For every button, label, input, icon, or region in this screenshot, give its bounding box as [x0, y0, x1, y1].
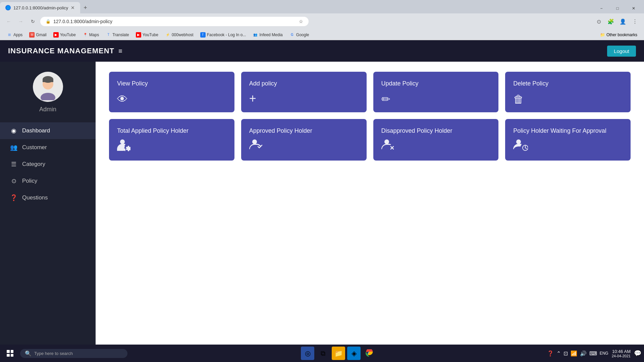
infeed-icon: 👥 — [253, 32, 258, 38]
taskbar-search-input[interactable] — [34, 351, 123, 356]
notification-icon[interactable]: 💬 — [634, 350, 641, 357]
apps-icon: ⊞ — [7, 32, 12, 38]
star-icon[interactable]: ☆ — [299, 19, 303, 24]
bookmark-google-label: Google — [296, 33, 309, 37]
sidebar-item-policy[interactable]: ⊙ Policy — [0, 173, 96, 189]
translate-icon: T — [106, 32, 111, 38]
card-waiting[interactable]: Policy Holder Waiting For Approval — [505, 119, 631, 160]
start-button[interactable] — [3, 346, 17, 361]
bookmark-translate[interactable]: T Translate — [103, 31, 132, 39]
gmail-icon: M — [29, 32, 35, 38]
cortana-icon[interactable]: ◎ — [301, 347, 314, 360]
sidebar-item-questions[interactable]: ❓ Questions — [0, 189, 96, 206]
avatar — [33, 72, 63, 102]
hamburger-icon[interactable]: ≡ — [118, 47, 122, 55]
bookmark-google[interactable]: G Google — [287, 31, 312, 39]
minimize-button[interactable]: − — [594, 3, 609, 13]
clock-time: 10:46 AM — [612, 349, 631, 354]
plus-icon: + — [249, 92, 359, 106]
maximize-button[interactable]: □ — [610, 3, 625, 13]
sidebar-item-dashboard[interactable]: ◉ Dashboard — [0, 122, 96, 139]
reload-button[interactable]: ↻ — [28, 17, 38, 26]
card-view-policy[interactable]: View Policy 👁 — [109, 72, 234, 112]
person-gear-icon — [117, 139, 226, 154]
new-tab-button[interactable]: + — [80, 4, 91, 11]
taskview-icon[interactable]: ⧉ — [316, 347, 330, 360]
sidebar: Admin ◉ Dashboard 👥 Customer ☰ Category — [0, 62, 96, 345]
windows-icon — [7, 350, 13, 357]
sidebar-nav: ◉ Dashboard 👥 Customer ☰ Category ⊙ Poli… — [0, 122, 96, 206]
bookmark-maps[interactable]: 📍 Maps — [80, 31, 102, 39]
svg-point-9 — [516, 139, 521, 144]
other-bookmarks[interactable]: 📁 Other bookmarks — [597, 32, 640, 38]
bookmark-000webhost[interactable]: ⚡ 000webhost — [162, 31, 196, 39]
content-area: View Policy 👁 Add policy + Update Policy… — [96, 62, 644, 345]
logout-button[interactable]: Logout — [607, 46, 636, 57]
bookmark-apps[interactable]: ⊞ Apps — [4, 31, 25, 39]
volume-icon[interactable]: 🔊 — [580, 350, 587, 357]
sidebar-item-customer[interactable]: 👥 Customer — [0, 139, 96, 156]
bookmark-infeed[interactable]: 👥 Infeed Media — [250, 31, 285, 39]
wifi-icon[interactable]: 📶 — [571, 350, 577, 357]
edit-icon: ✏ — [381, 93, 491, 106]
bookmark-webhost-label: 000webhost — [172, 33, 194, 37]
file-explorer-icon[interactable]: 📁 — [332, 347, 345, 360]
bookmark-youtube1-label: YouTube — [60, 33, 76, 37]
card-waiting-title: Policy Holder Waiting For Approval — [513, 127, 623, 135]
bookmark-facebook[interactable]: f Facebook - Log In o... — [198, 31, 249, 39]
customer-icon: 👥 — [10, 144, 17, 151]
taskbar-search-box[interactable]: 🔍 — [20, 349, 127, 358]
close-button[interactable]: ✕ — [626, 3, 641, 13]
active-tab[interactable]: 🌐 127.0.0.1:8000/admin-policy ✕ — [0, 2, 80, 13]
trash-icon: 🗑 — [513, 93, 623, 106]
card-disapproved[interactable]: Disapproved Policy Holder — [373, 119, 499, 160]
card-approved[interactable]: Approved Policy Holder — [241, 119, 367, 160]
card-delete-policy-title: Delete Policy — [513, 80, 623, 87]
tab-title: 127.0.0.1:8000/admin-policy — [13, 5, 68, 10]
keyboard-icon[interactable]: ⌨ — [589, 350, 597, 357]
more-menu-icon[interactable]: ⋮ — [630, 16, 640, 26]
clock[interactable]: 10:46 AM 24-04-2021 — [612, 349, 631, 358]
chrome-icon[interactable] — [363, 347, 376, 360]
bookmark-gmail-label: Gmail — [36, 33, 46, 37]
vscode-icon[interactable]: ◈ — [347, 347, 361, 360]
taskbar-right: ❓ ⌃ ⊡ 📶 🔊 ⌨ ENG 10:46 AM 24-04-2021 💬 — [547, 349, 641, 358]
card-add-policy-title: Add policy — [249, 80, 359, 87]
tablet-icon[interactable]: ⊡ — [564, 350, 568, 357]
card-update-policy-title: Update Policy — [381, 80, 491, 87]
bookmark-translate-label: Translate — [112, 33, 129, 37]
bookmark-infeed-label: Infeed Media — [259, 33, 282, 37]
chevron-up-icon[interactable]: ⌃ — [556, 350, 561, 357]
person-x-icon — [381, 139, 491, 154]
back-button[interactable]: ← — [4, 17, 13, 26]
sidebar-item-questions-label: Questions — [22, 194, 48, 201]
other-bookmarks-label: Other bookmarks — [606, 33, 637, 37]
bookmark-maps-label: Maps — [89, 33, 99, 37]
tab-favicon-icon: 🌐 — [5, 5, 11, 10]
toolbar-right: ⊙ 🧩 👤 ⋮ — [594, 16, 640, 26]
card-delete-policy[interactable]: Delete Policy 🗑 — [505, 72, 631, 112]
address-bar[interactable]: 🔒 127.0.0.1:8000/admin-policy ☆ — [40, 17, 309, 26]
person-clock-icon — [513, 139, 623, 154]
window-controls: − □ ✕ — [594, 3, 644, 13]
card-add-policy[interactable]: Add policy + — [241, 72, 367, 112]
forward-button[interactable]: → — [16, 17, 25, 26]
extensions-icon[interactable]: 🧩 — [606, 16, 616, 26]
help-icon[interactable]: ❓ — [547, 350, 554, 357]
cast-icon[interactable]: ⊙ — [594, 16, 604, 26]
sidebar-item-category[interactable]: ☰ Category — [0, 156, 96, 173]
bookmark-gmail[interactable]: M Gmail — [26, 31, 49, 39]
profile-icon[interactable]: 👤 — [618, 16, 628, 26]
bookmark-youtube2[interactable]: ▶ YouTube — [133, 31, 161, 39]
tab-close-button[interactable]: ✕ — [71, 5, 75, 10]
card-disapproved-title: Disapproved Policy Holder — [381, 127, 491, 135]
bookmark-apps-label: Apps — [13, 33, 22, 37]
svg-rect-4 — [43, 79, 53, 82]
card-update-policy[interactable]: Update Policy ✏ — [373, 72, 499, 112]
svg-point-8 — [384, 139, 389, 144]
facebook-icon: f — [200, 32, 206, 38]
card-total-applied[interactable]: Total Applied Policy Holder — [109, 119, 234, 160]
bookmark-youtube1[interactable]: ▶ YouTube — [51, 31, 78, 39]
url-text: 127.0.0.1:8000/admin-policy — [53, 19, 296, 24]
cards-row2: Total Applied Policy Holder Approved Pol… — [109, 119, 631, 160]
